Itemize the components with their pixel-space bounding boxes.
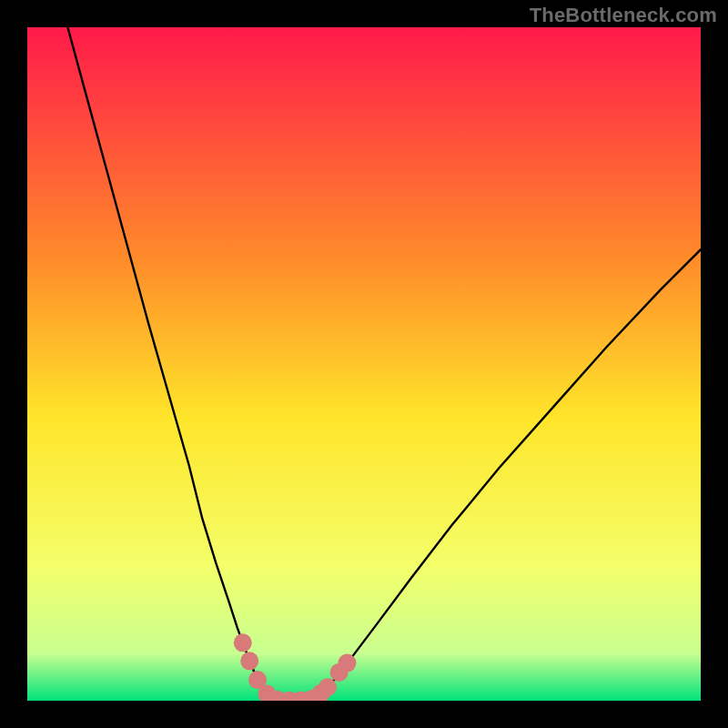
plot-area — [27, 27, 701, 701]
highlight-marker — [318, 678, 337, 696]
highlight-marker — [339, 654, 357, 672]
chart-svg — [27, 27, 701, 701]
chart-frame: TheBottleneck.com — [0, 0, 728, 728]
highlight-marker — [234, 633, 252, 652]
highlight-marker — [240, 652, 258, 670]
gradient-background — [27, 27, 701, 701]
watermark-text: TheBottleneck.com — [530, 4, 717, 27]
